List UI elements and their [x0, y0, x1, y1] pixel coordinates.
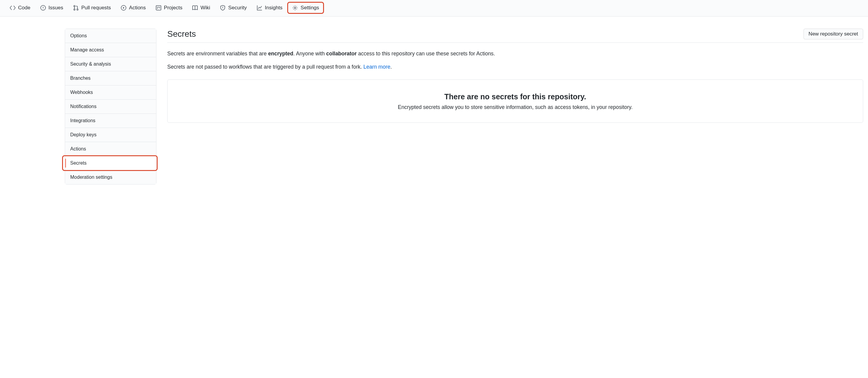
nav-label: Issues [49, 5, 63, 11]
nav-projects[interactable]: Projects [151, 0, 187, 16]
text: Secrets are not passed to workflows that… [167, 64, 364, 70]
code-icon [10, 5, 16, 11]
nav-label: Insights [265, 5, 283, 11]
new-repository-secret-button[interactable]: New repository secret [804, 29, 863, 39]
main-header: Secrets New repository secret [167, 29, 863, 43]
sidebar-item-label: Security & analysis [70, 61, 111, 67]
sidebar-item-webhooks[interactable]: Webhooks [65, 85, 156, 100]
sidebar-item-branches[interactable]: Branches [65, 71, 156, 85]
nav-label: Code [18, 5, 30, 11]
svg-point-5 [77, 9, 79, 10]
text: Secrets are environment variables that a… [167, 50, 268, 57]
empty-title: There are no secrets for this repository… [174, 92, 857, 101]
sidebar-item-label: Options [70, 33, 87, 38]
svg-point-3 [74, 5, 75, 7]
text-bold: collaborator [326, 50, 356, 57]
sidebar-item-options[interactable]: Options [65, 29, 156, 43]
sidebar-item-secrets[interactable]: Secrets [65, 156, 156, 170]
sidebar-item-actions[interactable]: Actions [65, 142, 156, 156]
graph-icon [256, 5, 262, 11]
nav-pull-requests[interactable]: Pull requests [68, 0, 116, 16]
issue-icon [40, 5, 46, 11]
svg-point-2 [43, 9, 43, 9]
sidebar-item-label: Secrets [70, 161, 87, 166]
text: . [390, 64, 392, 70]
nav-insights[interactable]: Insights [252, 0, 287, 16]
nav-actions[interactable]: Actions [116, 0, 151, 16]
book-icon [192, 5, 198, 11]
nav-label: Security [228, 5, 247, 11]
nav-label: Settings [301, 5, 319, 11]
nav-issues[interactable]: Issues [35, 0, 68, 16]
sidebar-item-moderation-settings[interactable]: Moderation settings [65, 170, 156, 184]
sidebar-item-label: Manage access [70, 47, 104, 53]
repo-nav: Code Issues Pull requests Actions Projec… [0, 0, 868, 16]
shield-icon [220, 5, 226, 11]
page-title: Secrets [167, 29, 196, 39]
nav-security[interactable]: Security [215, 0, 251, 16]
nav-label: Wiki [200, 5, 210, 11]
sidebar-item-label: Actions [70, 146, 86, 151]
text-bold: encrypted [268, 50, 293, 57]
main-content: Secrets New repository secret Secrets ar… [167, 29, 863, 184]
nav-label: Pull requests [82, 5, 111, 11]
nav-code[interactable]: Code [5, 0, 35, 16]
project-icon [156, 5, 161, 11]
sidebar-item-manage-access[interactable]: Manage access [65, 43, 156, 57]
svg-point-12 [223, 9, 223, 9]
text: access to this repository can use these … [356, 50, 495, 57]
sidebar-item-security-analysis[interactable]: Security & analysis [65, 57, 156, 71]
sidebar-item-integrations[interactable]: Integrations [65, 114, 156, 128]
nav-wiki[interactable]: Wiki [187, 0, 215, 16]
secrets-description-1: Secrets are environment variables that a… [167, 49, 863, 58]
sidebar-item-label: Integrations [70, 118, 96, 123]
nav-label: Actions [129, 5, 146, 11]
empty-description: Encrypted secrets allow you to store sen… [174, 104, 857, 110]
svg-point-13 [294, 7, 296, 9]
learn-more-link[interactable]: Learn more [364, 64, 391, 70]
nav-settings[interactable]: Settings [287, 0, 324, 16]
sidebar-item-label: Webhooks [70, 90, 93, 95]
gear-icon [292, 5, 298, 11]
sidebar-item-label: Moderation settings [70, 175, 113, 180]
pull-request-icon [73, 5, 79, 11]
sidebar-item-notifications[interactable]: Notifications [65, 100, 156, 114]
sidebar-item-deploy-keys[interactable]: Deploy keys [65, 128, 156, 142]
sidebar-item-label: Branches [70, 75, 91, 81]
nav-label: Projects [164, 5, 182, 11]
settings-sidebar: Options Manage access Security & analysi… [65, 29, 156, 184]
svg-point-4 [74, 9, 75, 10]
empty-secrets-box: There are no secrets for this repository… [167, 79, 863, 123]
play-icon [121, 5, 127, 11]
text: . Anyone with [293, 50, 326, 57]
sidebar-item-label: Notifications [70, 104, 96, 109]
secrets-description-2: Secrets are not passed to workflows that… [167, 63, 863, 71]
sidebar-item-label: Deploy keys [70, 132, 96, 137]
